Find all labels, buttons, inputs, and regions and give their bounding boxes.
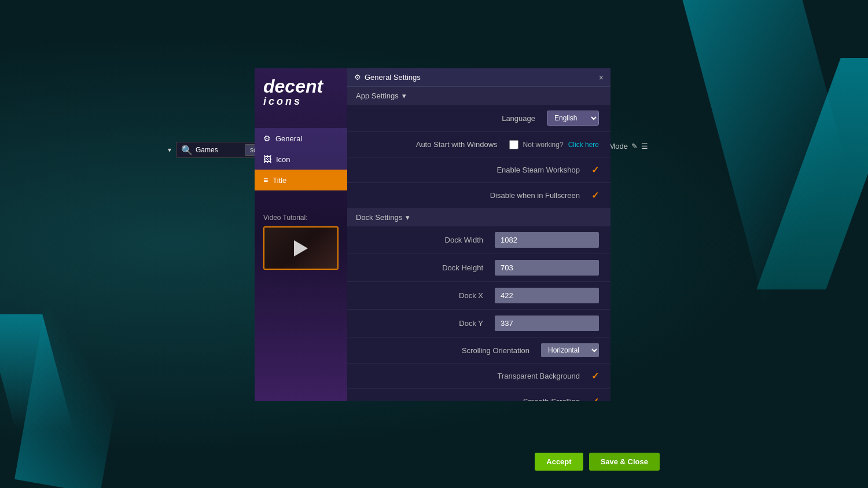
title-icon: ≡ xyxy=(263,175,268,185)
play-button-icon[interactable] xyxy=(294,240,308,256)
steam-workshop-label: Enable Steam Workshop xyxy=(359,166,591,174)
accept-button[interactable]: Accept xyxy=(535,453,583,471)
logo-area: decent icons xyxy=(255,68,347,116)
gear-icon: ⚙ xyxy=(354,73,361,82)
dock-width-row: Dock Width xyxy=(347,226,610,254)
search-icon: 🔍 xyxy=(181,145,193,156)
menu-icon[interactable]: ☰ xyxy=(641,142,648,151)
dock-width-control xyxy=(495,232,599,248)
dock-height-row: Dock Height xyxy=(347,254,610,282)
auto-start-checkbox[interactable] xyxy=(509,140,518,149)
not-working-text: Not working? xyxy=(523,141,564,149)
language-label: Language xyxy=(359,114,547,123)
smooth-scrolling-row: Smooth Scrolling ✓ xyxy=(347,389,610,401)
smooth-scrolling-control: ✓ xyxy=(591,396,599,401)
video-thumbnail[interactable] xyxy=(263,226,339,270)
logo-line1: decent xyxy=(263,77,339,96)
sidebar-panel: decent icons ⚙ General 🖼 Icon ≡ Title Vi… xyxy=(255,68,347,401)
save-close-button[interactable]: Save & Close xyxy=(589,453,660,471)
video-tutorial-label: Video Tutorial: xyxy=(263,214,339,222)
dock-y-row: Dock Y xyxy=(347,310,610,337)
app-settings-label: App Settings xyxy=(356,91,399,100)
scrolling-orientation-label: Scrolling Orientation xyxy=(359,346,541,355)
language-control: English Spanish French German xyxy=(547,111,599,126)
video-tutorial-area: Video Tutorial: xyxy=(255,208,347,276)
sidebar-item-title[interactable]: ≡ Title xyxy=(255,170,347,190)
general-icon: ⚙ xyxy=(263,134,271,143)
search-input[interactable] xyxy=(196,146,242,154)
logo-line2: icons xyxy=(263,96,339,108)
modal-content[interactable]: App Settings ▾ Language English Spanish … xyxy=(347,87,610,401)
auto-start-row: Auto Start with Windows Not working? Cli… xyxy=(347,132,610,157)
dock-x-label: Dock X xyxy=(359,291,495,300)
dock-height-input[interactable] xyxy=(495,260,599,276)
app-settings-header[interactable]: App Settings ▾ xyxy=(347,87,610,105)
scrolling-orientation-row: Scrolling Orientation Horizontal Vertica… xyxy=(347,337,610,364)
modal-titlebar: ⚙ General Settings × xyxy=(347,68,610,87)
dock-x-control xyxy=(495,288,599,303)
dropdown-arrow-icon[interactable]: ▾ xyxy=(168,146,171,154)
dock-y-control xyxy=(495,315,599,331)
dock-height-control xyxy=(495,260,599,276)
transparent-bg-control: ✓ xyxy=(591,370,599,381)
dock-x-row: Dock X xyxy=(347,282,610,310)
click-here-link[interactable]: Click here xyxy=(568,141,599,149)
settings-modal: ⚙ General Settings × App Settings ▾ Lang… xyxy=(347,68,610,401)
transparent-bg-row: Transparent Background ✓ xyxy=(347,364,610,389)
sidebar-general-label: General xyxy=(275,134,302,143)
dock-settings-header[interactable]: Dock Settings ▾ xyxy=(347,208,610,226)
sidebar-nav: ⚙ General 🖼 Icon ≡ Title xyxy=(255,128,347,190)
edit-icon[interactable]: ✎ xyxy=(631,142,638,151)
dock-height-label: Dock Height xyxy=(359,263,495,272)
transparent-bg-checkmark[interactable]: ✓ xyxy=(591,370,599,381)
smooth-scrolling-label: Smooth Scrolling xyxy=(359,397,591,401)
auto-start-control: Not working? Click here xyxy=(509,140,599,149)
modal-title-text: General Settings xyxy=(365,73,421,82)
sidebar-item-icon[interactable]: 🖼 Icon xyxy=(255,149,347,170)
dock-x-input[interactable] xyxy=(495,288,599,303)
dock-width-label: Dock Width xyxy=(359,236,495,244)
modal-footer: Accept Save & Close xyxy=(535,453,660,471)
steam-workshop-control: ✓ xyxy=(591,164,599,175)
dock-y-input[interactable] xyxy=(495,315,599,331)
icon-icon: 🖼 xyxy=(263,155,271,164)
smooth-scrolling-checkmark[interactable]: ✓ xyxy=(591,396,599,401)
dock-width-input[interactable] xyxy=(495,232,599,248)
sidebar-icon-label: Icon xyxy=(276,155,290,164)
dock-settings-body: Dock Width Dock Height Dock X xyxy=(347,226,610,401)
language-row: Language English Spanish French German xyxy=(347,105,610,132)
language-select[interactable]: English Spanish French German xyxy=(547,111,599,126)
scrolling-orientation-control: Horizontal Vertical xyxy=(541,343,599,357)
scrolling-orientation-select[interactable]: Horizontal Vertical xyxy=(541,343,599,357)
steam-workshop-row: Enable Steam Workshop ✓ xyxy=(347,157,610,183)
sidebar-item-general[interactable]: ⚙ General xyxy=(255,128,347,149)
disable-fullscreen-control: ✓ xyxy=(591,190,599,201)
modal-title: ⚙ General Settings xyxy=(354,73,421,82)
dock-settings-chevron-icon: ▾ xyxy=(406,213,410,222)
disable-fullscreen-row: Disable when in Fullscreen ✓ xyxy=(347,183,610,208)
auto-start-label: Auto Start with Windows xyxy=(359,140,509,149)
transparent-bg-label: Transparent Background xyxy=(359,372,591,380)
sidebar-title-label: Title xyxy=(273,176,286,185)
disable-fullscreen-checkmark[interactable]: ✓ xyxy=(591,190,599,201)
app-settings-body: Language English Spanish French German A… xyxy=(347,105,610,208)
steam-workshop-checkmark[interactable]: ✓ xyxy=(591,164,599,175)
app-settings-chevron-icon: ▾ xyxy=(402,91,406,100)
close-button[interactable]: × xyxy=(599,74,604,82)
dock-settings-label: Dock Settings xyxy=(356,213,402,222)
dock-y-label: Dock Y xyxy=(359,319,495,328)
disable-fullscreen-label: Disable when in Fullscreen xyxy=(359,191,591,200)
